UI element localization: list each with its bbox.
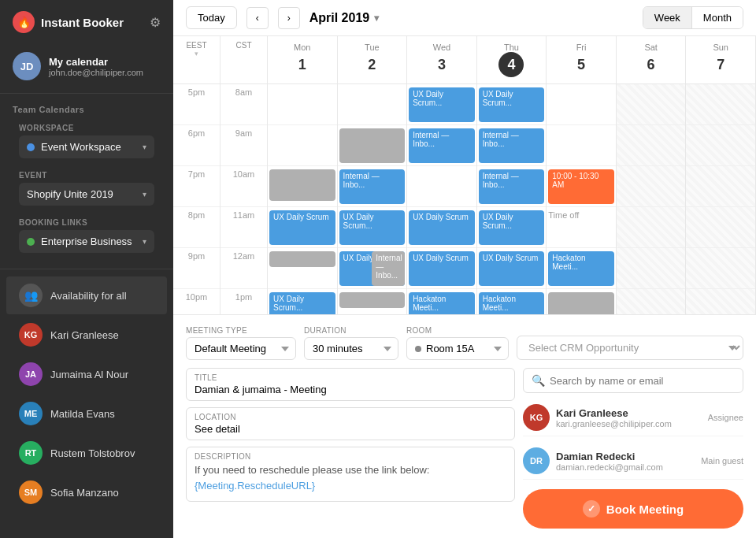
event-wed-1[interactable]: UX Daily Scrum...: [409, 87, 475, 122]
room-select[interactable]: Room 15A: [406, 337, 509, 360]
duration-label: DURATION: [304, 326, 398, 335]
sidebar-item-label-jumaima: Jumaima Al Nour: [50, 369, 128, 380]
today-button[interactable]: Today: [186, 6, 237, 29]
event-mon-4[interactable]: UX Daily Scrum...: [269, 292, 335, 314]
tz1-header: EEST ▾: [173, 36, 220, 83]
calendar-header: Today ‹ › April 2019 ▾ Week Month: [173, 0, 756, 36]
event-thu-2[interactable]: Internal — Inbo...: [479, 128, 545, 163]
attendee-name-kari: Kari Granleese: [556, 407, 672, 419]
event-tue-3[interactable]: UX Daily Scrum...: [339, 210, 406, 245]
time-off-label: Time off: [548, 210, 614, 220]
day-header-sat: Sat 6: [617, 36, 687, 83]
location-label: LOCATION: [195, 413, 506, 421]
day-col-fri[interactable]: 10:00 - 10:30 AM Time off Hackaton Meeti…: [547, 84, 617, 314]
sidebar-item-label-availability: Availability for all: [50, 290, 127, 302]
location-input[interactable]: [195, 423, 506, 435]
duration-field: DURATION 30 minutes: [304, 326, 398, 360]
event-thu-1[interactable]: UX Daily Scrum...: [479, 87, 545, 122]
title-label: TITLE: [195, 373, 506, 382]
event-tue-5[interactable]: [339, 292, 406, 308]
sidebar-item-kari[interactable]: KG Kari Granleese: [6, 316, 167, 354]
divider: [0, 269, 173, 269]
day-header-fri: Fri 5: [547, 36, 617, 83]
event-wed-5[interactable]: Hackaton Meeti...: [409, 292, 475, 314]
event-wed-3[interactable]: UX Daily Scrum: [409, 210, 475, 245]
description-line1: If you need to reschedule please use the…: [195, 464, 429, 476]
event-tue-1[interactable]: [339, 128, 406, 163]
workspace-dot: [27, 143, 35, 151]
sidebar-item-label-kari: Kari Granleese: [50, 329, 119, 341]
sidebar-item-jumaima[interactable]: JA Jumaima Al Nour: [6, 355, 167, 393]
user-section: JD My calendar john.doe@chilipiper.com: [0, 44, 173, 94]
gear-icon[interactable]: ⚙: [150, 15, 161, 30]
event-fri-2[interactable]: Hackaton Meeti...: [548, 251, 614, 286]
event-fri-3[interactable]: [548, 292, 614, 314]
workspace-label: WORKSPACE: [19, 124, 154, 132]
event-dropdown[interactable]: Shopify Unite 2019 ▾: [19, 183, 154, 206]
day-col-sat[interactable]: [617, 84, 687, 314]
attendee-email-damian: damian.redecki@gmail.com: [556, 462, 663, 472]
user-email: john.doe@chilipiper.com: [49, 68, 143, 77]
sidebar-header: 🔥 Instant Booker ⚙: [0, 0, 173, 44]
sidebar-item-sofia[interactable]: SM Sofia Manzano: [6, 473, 167, 511]
sidebar-item-matilda[interactable]: ME Matilda Evans: [6, 395, 167, 432]
book-meeting-button[interactable]: ✓ Book Meeting: [523, 489, 743, 529]
next-button[interactable]: ›: [278, 7, 300, 29]
sidebar-item-label-matilda: Matilda Evans: [50, 408, 115, 420]
day-col-mon[interactable]: UX Daily Scrum UX Daily Scrum...: [268, 84, 338, 314]
attendee-row-damian: DR Damian Redecki damian.redecki@gmail.c…: [523, 443, 743, 480]
tz2-header: CST: [220, 36, 268, 83]
room-field: ROOM Room 15A: [406, 326, 509, 360]
tz1-arrow: ▾: [176, 50, 217, 58]
attendee-email-kari: kari.granleese@chilipiper.com: [556, 419, 672, 429]
meeting-type-field: MEETING TYPE Default Meeting: [186, 326, 296, 360]
booking-chevron: ▾: [143, 237, 146, 246]
search-box: 🔍: [523, 368, 743, 393]
workspace-value: Event Workspace: [41, 141, 121, 153]
event-wed-2[interactable]: Internal — Inbo...: [409, 128, 475, 163]
attendee-name-damian: Damian Redecki: [556, 451, 663, 462]
avatar-attendee-damian: DR: [523, 447, 550, 474]
event-mon-2[interactable]: UX Daily Scrum: [269, 210, 335, 245]
booking-links-dropdown[interactable]: Enterprise Business ▾: [19, 230, 154, 253]
day-col-sun[interactable]: [686, 84, 756, 314]
attendee-info-kari: Kari Granleese kari.granleese@chilipiper…: [556, 407, 672, 429]
day-col-tue[interactable]: Internal — Inbo... UX Daily Scrum... UX …: [338, 84, 408, 314]
event-tue-2[interactable]: Internal — Inbo...: [339, 169, 406, 204]
sidebar-item-availability[interactable]: 👥 Availability for all: [6, 276, 167, 314]
event-wed-4[interactable]: UX Daily Scrum: [409, 251, 475, 286]
event-thu-5[interactable]: UX Daily Scrum: [479, 251, 545, 286]
prev-button[interactable]: ‹: [246, 7, 269, 29]
booking-links-section: BOOKING LINKS Enterprise Business ▾: [6, 215, 167, 262]
duration-select[interactable]: 30 minutes: [304, 337, 398, 360]
day-col-thu[interactable]: UX Daily Scrum... Internal — Inbo... Int…: [477, 84, 547, 314]
sidebar-item-rustem[interactable]: RT Rustem Tolstobrov: [6, 434, 167, 472]
booking-links-value: Enterprise Business: [41, 236, 132, 247]
attendee-info-damian: Damian Redecki damian.redecki@gmail.com: [556, 451, 663, 472]
day-col-wed[interactable]: UX Daily Scrum... Internal — Inbo... UX …: [407, 84, 477, 314]
week-view-button[interactable]: Week: [643, 7, 692, 28]
form-row-2: TITLE LOCATION DESCRIPTION If you need t…: [186, 368, 743, 529]
sidebar-item-label-sofia: Sofia Manzano: [50, 487, 119, 499]
workspace-dropdown[interactable]: Event Workspace ▾: [19, 135, 154, 158]
workspace-chevron: ▾: [143, 143, 146, 151]
event-thu-6[interactable]: Hackaton Meeti...: [479, 292, 545, 314]
search-input[interactable]: [550, 375, 735, 387]
crm-select[interactable]: Select CRM Opportunity: [517, 336, 743, 360]
time-col-right: 8am 9am 10am 11am 12am 1pm: [220, 84, 268, 314]
event-tue-4b[interactable]: Internal — Inbo...: [372, 251, 405, 286]
sidebar: 🔥 Instant Booker ⚙ JD My calendar john.d…: [0, 0, 173, 538]
event-mon-3[interactable]: [269, 251, 335, 267]
avatar-attendee-kari: KG: [523, 404, 550, 431]
calendar-grid: EEST ▾ CST Mon 1 Tue 2 Wed 3 Thu 4: [173, 36, 756, 314]
event-thu-3[interactable]: Internal — Inbo...: [479, 169, 545, 204]
day-header-mon: Mon 1: [268, 36, 338, 83]
meeting-type-select[interactable]: Default Meeting: [186, 337, 296, 360]
event-mon-1[interactable]: [269, 169, 335, 201]
event-thu-4[interactable]: UX Daily Scrum...: [479, 210, 545, 245]
title-input[interactable]: [195, 384, 506, 395]
month-view-button[interactable]: Month: [692, 7, 743, 28]
event-fri-1[interactable]: 10:00 - 10:30 AM: [548, 169, 614, 204]
day-header-sun: Sun 7: [686, 36, 756, 83]
calendar-title-dropdown[interactable]: ▾: [374, 13, 379, 24]
